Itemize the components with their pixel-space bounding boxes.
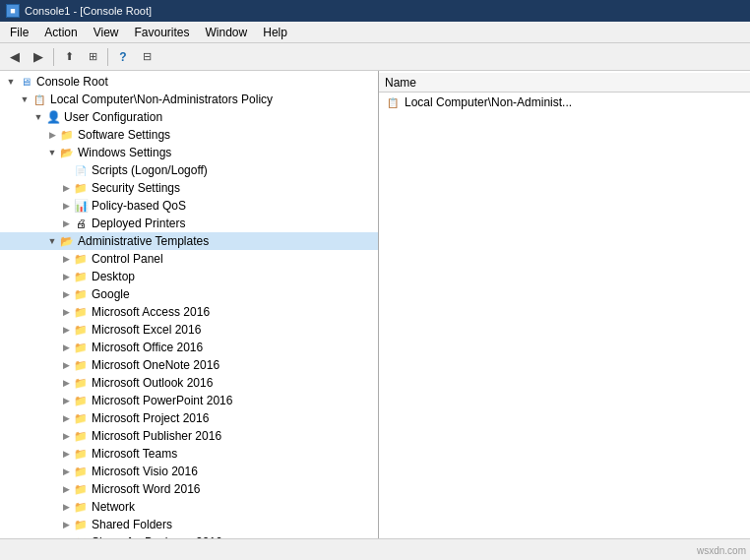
expander-ms-excel[interactable]: ▶ — [59, 325, 73, 335]
expander-admin-templates[interactable]: ▼ — [45, 236, 59, 246]
menu-favourites[interactable]: Favourites — [127, 24, 198, 41]
expander-security-settings[interactable]: ▶ — [59, 183, 73, 193]
tree-item-ms-project[interactable]: ▶ 📁 Microsoft Project 2016 — [0, 409, 378, 427]
ms-teams-label: Microsoft Teams — [92, 447, 177, 461]
network-icon: 📁 — [73, 499, 89, 515]
menu-file[interactable]: File — [2, 24, 36, 41]
ms-powerpoint-icon: 📁 — [73, 393, 89, 408]
scripts-icon: 📄 — [73, 162, 89, 178]
tree-item-control-panel[interactable]: ▶ 📁 Control Panel — [0, 250, 378, 268]
shared-folders-label: Shared Folders — [92, 518, 172, 531]
expander-network[interactable]: ▶ — [59, 502, 73, 512]
expander-skype[interactable]: ▶ — [59, 537, 73, 538]
tree-item-ms-office[interactable]: ▶ 📁 Microsoft Office 2016 — [0, 339, 378, 356]
help-button[interactable]: ? — [112, 46, 134, 68]
console-root-label: Console Root — [36, 75, 108, 89]
skype-icon: 📁 — [73, 534, 89, 538]
tree-item-network[interactable]: ▶ 📁 Network — [0, 498, 378, 516]
expander-software-settings[interactable]: ▶ — [45, 130, 59, 140]
tree-item-software-settings[interactable]: ▶ 📁 Software Settings — [0, 126, 378, 144]
google-label: Google — [92, 287, 130, 301]
tree-item-ms-publisher[interactable]: ▶ 📁 Microsoft Publisher 2016 — [0, 427, 378, 445]
tree-item-ms-excel[interactable]: ▶ 📁 Microsoft Excel 2016 — [0, 321, 378, 339]
right-item-icon: 📋 — [385, 94, 401, 110]
back-button[interactable]: ◀ — [4, 46, 26, 68]
expander-control-panel[interactable]: ▶ — [59, 254, 73, 264]
menu-action[interactable]: Action — [36, 24, 85, 41]
expander-google[interactable]: ▶ — [59, 289, 73, 299]
tree-item-ms-powerpoint[interactable]: ▶ 📁 Microsoft PowerPoint 2016 — [0, 392, 378, 409]
properties-button[interactable]: ⊟ — [136, 46, 157, 68]
google-icon: 📁 — [73, 286, 89, 302]
expander-ms-teams[interactable]: ▶ — [59, 449, 73, 459]
control-panel-icon: 📁 — [73, 251, 89, 267]
tree-item-windows-settings[interactable]: ▼ 📂 Windows Settings — [0, 144, 378, 161]
tree-item-security-settings[interactable]: ▶ 📁 Security Settings — [0, 179, 378, 197]
tree-item-shared-folders[interactable]: ▶ 📁 Shared Folders — [0, 516, 378, 533]
ms-excel-icon: 📁 — [73, 322, 89, 338]
expander-desktop[interactable]: ▶ — [59, 272, 73, 281]
expander-ms-access[interactable]: ▶ — [59, 307, 73, 317]
ms-project-icon: 📁 — [73, 410, 89, 426]
expander-policy-qos[interactable]: ▶ — [59, 201, 73, 211]
expander-ms-office[interactable]: ▶ — [59, 342, 73, 352]
tree-item-ms-teams[interactable]: ▶ 📁 Microsoft Teams — [0, 445, 378, 463]
tree-item-ms-onenote[interactable]: ▶ 📁 Microsoft OneNote 2016 — [0, 356, 378, 374]
menu-window[interactable]: Window — [198, 24, 256, 41]
expander-ms-visio[interactable]: ▶ — [59, 467, 73, 476]
tree-item-user-config[interactable]: ▼ 👤 User Configuration — [0, 108, 378, 126]
show-hide-button[interactable]: ⊞ — [82, 46, 103, 68]
expander-user-config[interactable]: ▼ — [31, 112, 45, 122]
expander-ms-outlook[interactable]: ▶ — [59, 378, 73, 388]
main-content: ▼ 🖥 Console Root ▼ 📋 Local Computer\Non-… — [0, 71, 750, 538]
expander-ms-project[interactable]: ▶ — [59, 413, 73, 423]
expander-console-root[interactable]: ▼ — [4, 77, 18, 87]
name-column-header: Name — [385, 76, 416, 90]
skype-label: Skype for Business 2016 — [92, 535, 222, 538]
tree-item-admin-templates[interactable]: ▼ 📂 Administrative Templates — [0, 232, 378, 250]
ms-access-label: Microsoft Access 2016 — [92, 305, 210, 319]
ms-office-label: Microsoft Office 2016 — [92, 341, 203, 354]
tree-item-policy-qos[interactable]: ▶ 📊 Policy-based QoS — [0, 197, 378, 215]
toolbar-separator-2 — [107, 48, 108, 66]
tree-item-ms-access[interactable]: ▶ 📁 Microsoft Access 2016 — [0, 303, 378, 321]
tree-item-google[interactable]: ▶ 📁 Google — [0, 285, 378, 303]
tree-item-local-policy[interactable]: ▼ 📋 Local Computer\Non-Administrators Po… — [0, 91, 378, 108]
expander-deployed-printers[interactable]: ▶ — [59, 218, 73, 228]
menu-view[interactable]: View — [86, 24, 127, 41]
tree-item-deployed-printers[interactable]: ▶ 🖨 Deployed Printers — [0, 215, 378, 232]
right-pane-item[interactable]: 📋 Local Computer\Non-Administ... — [379, 93, 750, 112]
status-bar — [0, 538, 750, 560]
right-pane: Name 📋 Local Computer\Non-Administ... — [379, 71, 750, 538]
expander-windows-settings[interactable]: ▼ — [45, 148, 59, 157]
forward-button[interactable]: ▶ — [28, 46, 49, 68]
up-button[interactable]: ⬆ — [58, 46, 80, 68]
watermark: wsxdn.com — [697, 545, 746, 556]
expander-ms-publisher[interactable]: ▶ — [59, 431, 73, 441]
expander-shared-folders[interactable]: ▶ — [59, 520, 73, 529]
tree-item-ms-visio[interactable]: ▶ 📁 Microsoft Visio 2016 — [0, 463, 378, 480]
ms-excel-label: Microsoft Excel 2016 — [92, 323, 201, 337]
tree-pane[interactable]: ▼ 🖥 Console Root ▼ 📋 Local Computer\Non-… — [0, 71, 379, 538]
ms-word-label: Microsoft Word 2016 — [92, 482, 201, 496]
expander-local-policy[interactable]: ▼ — [18, 94, 31, 104]
expander-ms-powerpoint[interactable]: ▶ — [59, 396, 73, 405]
deployed-printers-label: Deployed Printers — [92, 217, 185, 230]
ms-visio-label: Microsoft Visio 2016 — [92, 465, 198, 478]
ms-onenote-icon: 📁 — [73, 357, 89, 373]
ms-office-icon: 📁 — [73, 340, 89, 355]
tree-item-console-root[interactable]: ▼ 🖥 Console Root — [0, 73, 378, 91]
desktop-label: Desktop — [92, 270, 135, 283]
expander-ms-word[interactable]: ▶ — [59, 484, 73, 494]
deployed-printers-icon: 🖨 — [73, 216, 89, 231]
tree-item-skype[interactable]: ▶ 📁 Skype for Business 2016 — [0, 533, 378, 538]
tree-item-ms-outlook[interactable]: ▶ 📁 Microsoft Outlook 2016 — [0, 374, 378, 392]
ms-visio-icon: 📁 — [73, 464, 89, 479]
tree-item-ms-word[interactable]: ▶ 📁 Microsoft Word 2016 — [0, 480, 378, 498]
windows-settings-label: Windows Settings — [78, 146, 171, 159]
menu-help[interactable]: Help — [255, 24, 295, 41]
tree-item-desktop[interactable]: ▶ 📁 Desktop — [0, 268, 378, 285]
tree-item-scripts[interactable]: ▶ 📄 Scripts (Logon/Logoff) — [0, 161, 378, 179]
ms-word-icon: 📁 — [73, 481, 89, 497]
expander-ms-onenote[interactable]: ▶ — [59, 360, 73, 370]
